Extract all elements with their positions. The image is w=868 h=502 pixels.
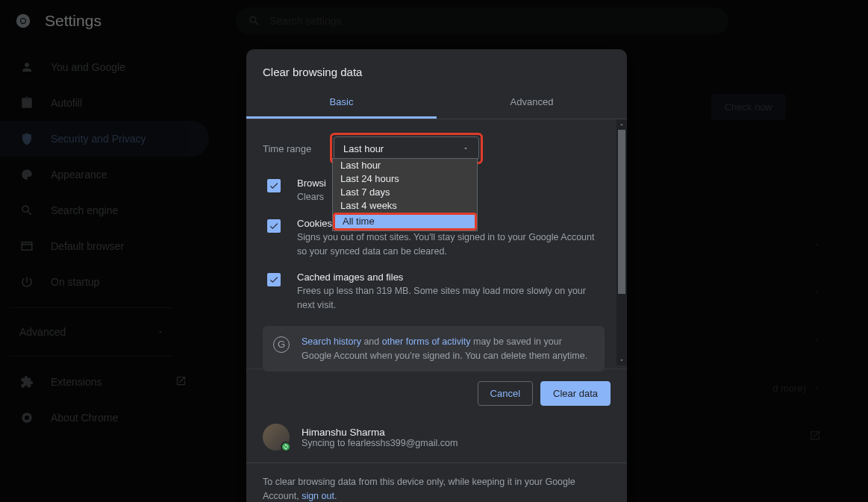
option-title: Browsi: [297, 178, 326, 189]
time-range-dropdown: Last hour Last 24 hours Last 7 days Last…: [332, 158, 478, 231]
option-desc: Signs you out of most sites. You'll stay…: [297, 230, 605, 259]
time-range-value: Last hour: [343, 143, 384, 154]
dialog-footer: Cancel Clear data: [246, 368, 627, 406]
checkbox-cookies[interactable]: [267, 219, 281, 233]
highlight-box-all-time: All time: [333, 213, 477, 230]
tab-basic[interactable]: Basic: [246, 87, 437, 119]
avatar: [263, 424, 290, 451]
clear-browsing-data-dialog: Clear browsing data Basic Advanced Time …: [246, 49, 627, 502]
checkbox-cached-images[interactable]: [267, 273, 281, 286]
tab-advanced[interactable]: Advanced: [437, 87, 627, 119]
scroll-down-arrow[interactable]: [616, 355, 627, 365]
info-text: Search history and other forms of activi…: [302, 335, 594, 363]
dialog-title: Clear browsing data: [246, 49, 627, 87]
account-sync-status: Syncing to fearlesshs399@gmail.com: [302, 438, 458, 448]
time-range-label: Time range: [263, 143, 330, 154]
clear-data-button[interactable]: Clear data: [540, 381, 611, 406]
checkbox-browsing-history[interactable]: [267, 179, 281, 192]
account-name: Himanshu Sharma: [302, 427, 458, 438]
scrollbar-thumb[interactable]: [618, 130, 625, 294]
other-activity-link[interactable]: other forms of activity: [382, 336, 471, 347]
dropdown-option-last-hour[interactable]: Last hour: [333, 159, 477, 172]
option-desc: Frees up less than 319 MB. Some sites ma…: [297, 284, 605, 313]
sync-badge-icon: [281, 442, 291, 452]
google-g-icon: G: [273, 336, 290, 353]
dialog-tabs: Basic Advanced: [246, 87, 627, 119]
dialog-body: Time range Last hour Last hour Last 24 h…: [246, 119, 627, 365]
scrollbar-track[interactable]: [616, 119, 627, 365]
option-desc: Clears: [297, 190, 326, 204]
search-history-link[interactable]: Search history: [302, 336, 361, 347]
dropdown-option-all-time[interactable]: All time: [335, 215, 475, 228]
scroll-up-arrow[interactable]: [616, 119, 627, 130]
sign-out-note: To clear browsing data from this device …: [246, 463, 627, 502]
cancel-button[interactable]: Cancel: [478, 381, 533, 406]
dropdown-option-last-24-hours[interactable]: Last 24 hours: [333, 172, 477, 186]
sign-out-link[interactable]: sign out: [302, 491, 334, 501]
dropdown-option-last-7-days[interactable]: Last 7 days: [333, 186, 477, 199]
time-range-select[interactable]: Last hour: [334, 137, 479, 160]
option-title: Cached images and files: [297, 272, 605, 283]
dropdown-arrow-icon: [462, 145, 469, 152]
google-account-info-card: G Search history and other forms of acti…: [263, 326, 605, 372]
account-row: Himanshu Sharma Syncing to fearlesshs399…: [246, 410, 627, 463]
dropdown-option-last-4-weeks[interactable]: Last 4 weeks: [333, 199, 477, 213]
